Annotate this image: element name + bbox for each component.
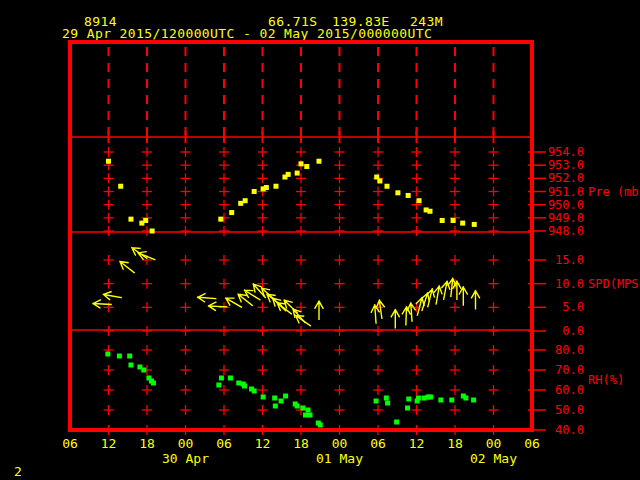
pressure-tick-label: 951.0 (548, 185, 584, 199)
pressure-point (451, 218, 456, 223)
humidity-point (151, 381, 156, 386)
wind-arrow (414, 297, 426, 316)
humidity-tick-label: 70.0 (555, 363, 584, 377)
wind-arrow (224, 295, 244, 311)
humidity-point (307, 413, 312, 418)
date-label: 30 Apr (162, 451, 209, 466)
hour-label: 12 (255, 436, 271, 451)
wind-arrow (103, 290, 122, 301)
humidity-point (272, 396, 277, 401)
meteogram-screen: { "header": { "station_id": "8914", "lat… (0, 0, 640, 480)
humidity-point (295, 404, 300, 409)
pressure-axis-title: Pre (mb) (588, 185, 640, 199)
wind-tick-label: 15.0 (555, 253, 584, 267)
pressure-point (299, 161, 304, 166)
pressure-tick-label: 950.0 (548, 198, 584, 212)
humidity-point (306, 408, 311, 413)
pressure-point (106, 159, 111, 164)
wind-arrow (407, 303, 416, 322)
pressure-point (243, 198, 248, 203)
hour-label: 00 (332, 436, 348, 451)
humidity-tick-label: 80.0 (555, 343, 584, 357)
hour-label: 06 (524, 436, 540, 451)
humidity-point (127, 354, 132, 359)
humidity-point (463, 396, 468, 401)
humidity-tick-label: 60.0 (555, 383, 584, 397)
humidity-point (300, 406, 305, 411)
pressure-point (143, 218, 148, 223)
hour-label: 06 (370, 436, 386, 451)
pressure-point (128, 217, 133, 222)
wind-tick-label: 5.0 (562, 300, 584, 314)
hour-label: 12 (409, 436, 425, 451)
humidity-point (283, 394, 288, 399)
pressure-point (472, 222, 477, 227)
hour-label: 18 (293, 436, 309, 451)
pressure-point (238, 201, 243, 206)
wind-axis-title: SPD(MPS) (588, 277, 640, 291)
hour-label: 06 (62, 436, 78, 451)
hour-label: 00 (178, 436, 194, 451)
pressure-point (229, 210, 234, 215)
pressure-point (295, 171, 300, 176)
wind-arrow (402, 307, 411, 325)
pressure-point (406, 193, 411, 198)
wind-arrow (391, 310, 399, 328)
pressure-tick-label: 954.0 (548, 145, 584, 159)
humidity-point (128, 363, 133, 368)
hour-label: 12 (101, 436, 117, 451)
humidity-point (141, 368, 146, 373)
pressure-point (384, 184, 389, 189)
humidity-point (303, 413, 308, 418)
humidity-point (374, 399, 379, 404)
pressure-point (460, 221, 465, 226)
wind-arrow (293, 312, 312, 329)
pressure-point (395, 190, 400, 195)
wind-arrow (118, 258, 137, 275)
humidity-point (219, 376, 224, 381)
meteogram-plot: 954.0953.0952.0951.0950.0949.0948.0Pre (… (0, 0, 640, 480)
humidity-point (261, 395, 266, 400)
humidity-point (279, 399, 284, 404)
humidity-tick-label: 40.0 (555, 423, 584, 437)
hour-label: 18 (447, 436, 463, 451)
pressure-point (286, 172, 291, 177)
pressure-tick-label: 949.0 (548, 211, 584, 225)
humidity-point (406, 397, 411, 402)
pressure-point (440, 218, 445, 223)
pressure-point (316, 159, 321, 164)
pressure-point (304, 164, 309, 169)
humidity-point (318, 423, 323, 428)
humidity-tick-label: 50.0 (555, 403, 584, 417)
pressure-point (264, 185, 269, 190)
wind-arrow (197, 293, 216, 302)
humidity-point (416, 396, 421, 401)
humidity-point (252, 389, 257, 394)
pressure-tick-label: 948.0 (548, 224, 584, 238)
humidity-point (384, 396, 389, 401)
humidity-point (105, 352, 110, 357)
humidity-point (405, 406, 410, 411)
date-label: 01 May (316, 451, 363, 466)
humidity-point (242, 384, 247, 389)
wind-arrow (315, 301, 323, 319)
humidity-axis-title: RH(%) (588, 373, 624, 387)
humidity-point (228, 376, 233, 381)
humidity-point (471, 398, 476, 403)
hour-label: 00 (486, 436, 502, 451)
pressure-point (417, 198, 422, 203)
pressure-point (252, 189, 257, 194)
pressure-point (150, 229, 155, 234)
hour-label: 06 (216, 436, 232, 451)
pressure-tick-label: 953.0 (548, 158, 584, 172)
pressure-point (427, 209, 432, 214)
humidity-point (273, 404, 278, 409)
humidity-point (117, 354, 122, 359)
wind-arrow (472, 291, 480, 309)
pressure-point (118, 184, 123, 189)
humidity-point (236, 381, 241, 386)
humidity-point (385, 401, 390, 406)
humidity-point (438, 398, 443, 403)
pressure-tick-label: 952.0 (548, 171, 584, 185)
humidity-point (394, 420, 399, 425)
